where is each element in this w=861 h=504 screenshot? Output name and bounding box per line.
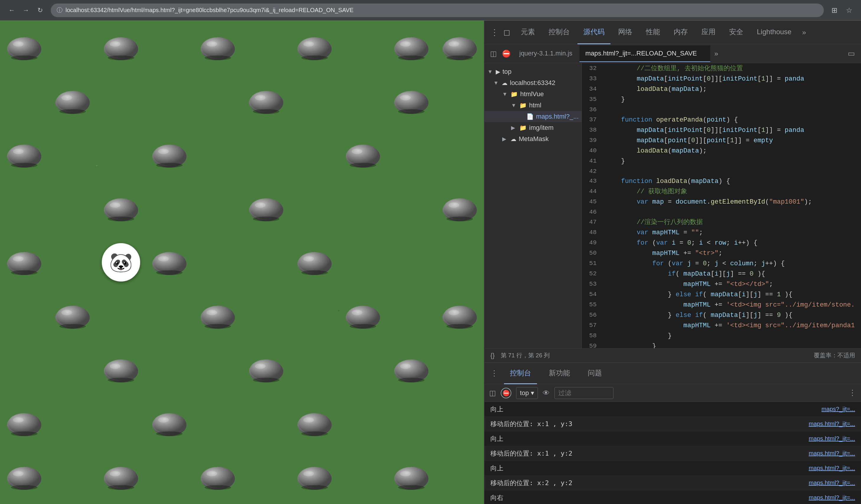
console-eye-icon[interactable]: 👁 (543, 389, 550, 397)
tab-lighthouse[interactable]: Lighthouse (751, 21, 797, 44)
svg-point-35 (398, 109, 425, 114)
code-line-36: 36 (582, 105, 861, 114)
svg-point-31 (253, 109, 279, 114)
list-item: 向上 maps?_ijt=... (484, 402, 861, 417)
bookmark-button[interactable]: ☆ (843, 4, 855, 16)
svg-point-110 (303, 417, 314, 423)
tree-item-metamask[interactable]: ▶ ☁ MetaMask (484, 133, 582, 145)
tree-item-top[interactable]: ▼ ▶ top (484, 66, 582, 77)
svg-point-119 (108, 485, 134, 490)
svg-point-99 (398, 378, 425, 382)
svg-point-27 (59, 109, 86, 114)
devtools-more-tabs[interactable]: » (799, 28, 809, 37)
game-cell (194, 343, 242, 397)
tree-icon-file-maps: 📄 (527, 113, 534, 120)
code-line-52: 52 if( mapData[i][j] == 0 ){ (582, 269, 861, 279)
game-cell (339, 450, 387, 504)
game-cell (0, 450, 49, 504)
game-cell (49, 21, 97, 74)
svg-point-82 (352, 310, 363, 315)
console-filter-sidebar-icon[interactable]: ◫ (489, 389, 496, 397)
console-clear-button[interactable]: ⛔ (501, 388, 511, 398)
console-source[interactable]: maps.html?_ijt=... (809, 435, 855, 442)
tab-application[interactable]: 应用 (696, 21, 722, 44)
svg-point-90 (110, 364, 120, 369)
console-source[interactable]: maps.html?_ijt=... (809, 465, 855, 472)
svg-point-59 (447, 217, 473, 221)
console-filter-input[interactable] (555, 387, 613, 399)
tree-label-html: html (529, 101, 542, 109)
svg-point-21 (443, 37, 476, 58)
tree-item-html[interactable]: ▼ 📁 html (484, 100, 582, 111)
console-filter-dropdown[interactable]: top ▾ (516, 387, 538, 399)
file-tab-panel-icon[interactable]: ◫ (488, 50, 499, 58)
tab-sources[interactable]: 源代码 (577, 21, 611, 44)
tree-item-localhost[interactable]: ▼ ☁ localhost:63342 (484, 77, 582, 88)
game-cell (242, 450, 290, 504)
game-cell (339, 21, 387, 74)
svg-point-63 (11, 270, 38, 275)
console-tab-console[interactable]: 控制台 (504, 363, 537, 384)
devtools-menu-icon[interactable]: ⋮ (490, 27, 498, 37)
translate-button[interactable]: ⊞ (829, 4, 840, 16)
reload-button[interactable]: ↻ (34, 4, 46, 16)
svg-point-89 (105, 359, 137, 380)
tab-memory[interactable]: 内存 (668, 21, 694, 44)
console-tab-issues[interactable]: 问题 (582, 363, 608, 384)
rock (5, 248, 43, 277)
tree-item-imgitem[interactable]: ▶ 📁 img/item (484, 122, 582, 133)
console-source[interactable]: maps.html?_ijt=... (809, 421, 855, 427)
game-cell (387, 21, 436, 74)
game-cell (194, 397, 242, 450)
tab-network[interactable]: 网络 (612, 21, 638, 44)
console-source[interactable]: maps?_ijt=... (821, 406, 855, 412)
tree-item-htmlvue[interactable]: ▼ 📁 htmlVue (484, 88, 582, 100)
code-editor[interactable]: 32 //二位数组里, 去初始化熊猫的位置 33 mapData[initPoi… (582, 63, 861, 348)
console-more-options[interactable]: ⋮ (849, 388, 856, 397)
console-source[interactable]: maps.html?_ijt=... (809, 494, 855, 501)
console-text: 移动后的位置: x:2 , y:2 (490, 479, 803, 488)
game-cell (0, 182, 49, 235)
panel-toggle[interactable]: ▭ (845, 49, 858, 58)
console-source[interactable]: maps.html?_ijt=... (809, 450, 855, 457)
game-cell (387, 289, 436, 343)
devtools-inspect-icon[interactable]: ◻ (503, 27, 510, 37)
status-bar: {} 第 71 行，第 26 列 覆盖率：不适用 (484, 348, 861, 362)
svg-point-106 (158, 417, 169, 423)
console-menu-icon[interactable]: ⋮ (490, 369, 498, 378)
back-button[interactable]: ← (6, 4, 18, 16)
game-cell (194, 235, 242, 289)
game-cell (97, 343, 145, 397)
forward-button[interactable]: → (20, 4, 32, 16)
address-bar[interactable]: ⓘ localhost:63342/htmlVue/html/maps.html… (51, 3, 824, 17)
console-source[interactable]: maps.html?_ijt=... (809, 479, 855, 486)
svg-point-109 (298, 413, 331, 434)
game-cell (49, 397, 97, 450)
tree-label-localhost: localhost:63342 (510, 79, 555, 87)
code-line-37: 37 function operatePanda(point) { (582, 114, 861, 125)
game-cell (194, 21, 242, 74)
file-tab-jquery[interactable]: jquery-3.1.1.min.js (514, 45, 578, 62)
game-cell (290, 21, 339, 74)
code-line-59: 59 } (582, 341, 861, 349)
tab-console[interactable]: 控制台 (543, 21, 576, 44)
console-filter-dropdown-label: top (520, 389, 529, 397)
tab-security[interactable]: 安全 (723, 21, 749, 44)
file-tab-maps[interactable]: maps.html?_ijt=...RELOAD_ON_SAVE ✕ (579, 45, 710, 62)
game-cell (339, 397, 387, 450)
tab-performance[interactable]: 性能 (640, 21, 666, 44)
panda-avatar: 🐼 (102, 243, 140, 282)
game-cell (436, 235, 484, 289)
file-tab-pause-icon[interactable]: ⛔ (501, 50, 512, 58)
console-text: 向上 (490, 405, 816, 414)
rock (53, 86, 92, 116)
svg-point-50 (110, 202, 120, 208)
svg-point-70 (303, 256, 314, 261)
tree-item-maps[interactable]: 📄 maps.html?_... (484, 111, 582, 122)
console-tab-new[interactable]: 新功能 (543, 363, 576, 384)
rock (102, 355, 140, 385)
tab-elements[interactable]: 元素 (515, 21, 541, 44)
file-tabs-more[interactable]: » (711, 50, 721, 58)
svg-point-87 (447, 324, 473, 329)
console-filter-row: ◫ ⛔ top ▾ 👁 ⋮ (484, 384, 861, 402)
